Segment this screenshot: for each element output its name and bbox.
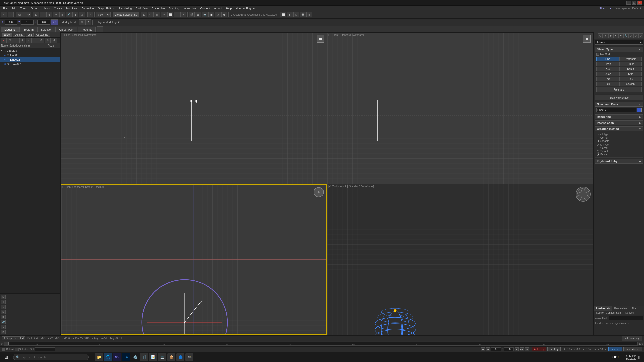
se-add-btn[interactable]: +	[13, 38, 19, 43]
taskbar-search-bar[interactable]: 🔍 Type here to search	[13, 354, 89, 360]
y-input[interactable]	[21, 20, 34, 25]
rp-icon-motion[interactable]: ▶	[613, 33, 618, 38]
polygon-modeling-label[interactable]: Polygon Modeling ▼	[94, 21, 121, 24]
interpolation-header[interactable]: Interpolation ▶	[595, 120, 643, 125]
shape-arc[interactable]: Arc	[596, 67, 619, 71]
rp-icon-create[interactable]: ⬡	[598, 33, 603, 38]
filter-dropdown[interactable]: All	[16, 12, 31, 17]
render-frame-btn[interactable]: 🖼	[195, 12, 201, 17]
autogrid-checkbox[interactable]	[596, 53, 599, 56]
left-icon-snap[interactable]: 🔗	[1, 320, 6, 324]
viewport-top[interactable]: [+] [Top] [Standard] [Default Shading]	[61, 184, 327, 335]
max-frame-input[interactable]	[504, 347, 514, 351]
menu-civil-view[interactable]: Civil View	[134, 6, 149, 10]
menu-arnold[interactable]: Arnold	[212, 6, 224, 10]
se-move-down-btn[interactable]: ↓	[32, 38, 38, 43]
rendering-header[interactable]: Rendering ▶	[595, 114, 643, 119]
taskbar-app6[interactable]: 🔵	[176, 353, 184, 361]
tree-item-line002[interactable]: ◇ 👁 Line002	[0, 57, 60, 62]
name-input-field[interactable]	[596, 108, 636, 112]
sel-set-add-btn[interactable]: +	[15, 348, 19, 351]
keyboard-entry-header[interactable]: Keyboard Entry ▶	[595, 159, 643, 164]
mirror-btn[interactable]: ⇔	[87, 12, 93, 17]
scale-btn[interactable]: ⊞	[59, 12, 65, 17]
menu-houdini-engine[interactable]: Houdini Engine	[234, 6, 257, 10]
left-icon-align[interactable]: ≡	[1, 325, 6, 329]
z-input[interactable]	[37, 20, 50, 25]
menu-help[interactable]: Help	[224, 6, 234, 10]
taskbar-app7[interactable]: 🎮	[185, 353, 193, 361]
left-icon-rotate[interactable]: ↻	[1, 305, 6, 309]
prev-frame-btn[interactable]: ◀	[486, 347, 490, 351]
shape-ngon[interactable]: NGon	[596, 72, 619, 76]
rp-bot-tab-parameters[interactable]: Parameters	[612, 306, 629, 311]
taskbar-3dsmax[interactable]: 3D	[113, 353, 121, 361]
shape-ellipse[interactable]: Ellipse	[619, 62, 642, 66]
menu-scripting[interactable]: Scripting	[167, 6, 182, 10]
se-tab-display[interactable]: Display	[13, 33, 25, 37]
x-input[interactable]	[5, 20, 17, 25]
shape-egg[interactable]: Egg	[596, 82, 619, 86]
tb14[interactable]: ⬡	[215, 12, 221, 17]
xy-tab-btn[interactable]: XY	[51, 19, 58, 25]
tb9[interactable]: ⬜	[167, 12, 173, 17]
viewport-front[interactable]: [+] [Front] [Standard] [Wireframe]	[327, 33, 593, 184]
se-hide-btn[interactable]: 👁	[38, 38, 44, 43]
shape-freehand[interactable]: Freehand	[596, 87, 642, 92]
bind-btn[interactable]: ⬡	[148, 12, 154, 17]
start-new-shape-button[interactable]: Start New Shape	[595, 95, 643, 100]
tree-item-root[interactable]: ▼ ⬚ 0 (default)	[0, 48, 60, 53]
shape-section[interactable]: Section	[619, 82, 642, 86]
start-button[interactable]: ⊞	[2, 353, 10, 361]
minimize-button[interactable]: ─	[626, 1, 631, 5]
rp-icon-modify[interactable]: ⊞	[603, 33, 608, 38]
create-selection-button[interactable]: Create Selection Se	[113, 12, 139, 17]
show-desktop-btn[interactable]: ▮	[638, 355, 640, 359]
initial-corner-radio[interactable]	[597, 137, 599, 139]
select-btn[interactable]: ⊡	[33, 12, 39, 17]
play-btn[interactable]: ▶	[515, 347, 519, 351]
modify-mode-settings[interactable]: ⚙	[85, 19, 91, 25]
set-key-button[interactable]: Set Key	[547, 347, 561, 351]
tree-item-line001[interactable]: ◇ 👁 Line001	[0, 53, 60, 57]
rp-icon-hierarchy[interactable]: ⬢	[608, 33, 613, 38]
shape-helix[interactable]: Helix	[619, 77, 642, 81]
menu-views[interactable]: Views	[41, 6, 52, 10]
se-tab-customize[interactable]: Customize	[35, 33, 50, 37]
taskbar-app2[interactable]: 🎵	[140, 353, 148, 361]
shape-donut[interactable]: Donut	[619, 67, 642, 71]
menu-customize[interactable]: Customize	[150, 6, 167, 10]
tab-populate[interactable]: Populate	[78, 27, 95, 32]
color-swatch[interactable]	[637, 108, 642, 112]
menu-interactive[interactable]: Interactive	[182, 6, 198, 10]
current-frame-input[interactable]	[491, 347, 501, 351]
se-refresh-btn[interactable]: ↺	[51, 38, 57, 43]
rp-icon-display[interactable]: 👁	[618, 33, 623, 38]
shape-star[interactable]: Star	[619, 72, 642, 76]
viewport-left[interactable]: [+] [Left] [Standard] [Wireframe]	[61, 33, 327, 184]
vp-ortho-gizmo[interactable]	[576, 187, 591, 202]
rp-icon-extra1[interactable]: ⬡	[628, 33, 633, 38]
left-icon-place[interactable]: ▦	[1, 315, 6, 319]
tb20[interactable]: ⊞	[306, 12, 312, 17]
left-icon-array[interactable]: ⊞	[1, 330, 6, 334]
percent-snap-btn[interactable]: %	[79, 12, 85, 17]
tb8[interactable]: ⧉	[161, 12, 167, 17]
left-icon-select[interactable]: ⊡	[1, 295, 6, 299]
initial-smooth-radio[interactable]	[597, 140, 599, 142]
snap-to-grid-btn[interactable]: ⊞	[141, 12, 147, 17]
sign-in-button[interactable]: Sign In ▼	[597, 6, 614, 10]
left-icon-move[interactable]: ✛	[1, 300, 6, 304]
sel-set-input[interactable]	[35, 347, 55, 351]
tb11[interactable]: ✕	[180, 12, 186, 17]
object-type-header[interactable]: Object Type ▼	[595, 47, 643, 52]
add-time-tag-btn[interactable]: Add Time Tag	[622, 336, 642, 341]
rp-bot-tab-load-assets[interactable]: Load Assets	[594, 306, 612, 311]
tab-freeform[interactable]: Freeform	[19, 27, 37, 32]
se-close-btn[interactable]: ✕	[1, 38, 7, 43]
taskbar-app4[interactable]: 💻	[158, 353, 166, 361]
tb10[interactable]: ↔	[174, 12, 180, 17]
rp-icon-extra2[interactable]: ⬡	[633, 33, 638, 38]
menu-modifiers[interactable]: Modifiers	[64, 6, 79, 10]
tb18[interactable]: ⬡	[293, 12, 299, 17]
